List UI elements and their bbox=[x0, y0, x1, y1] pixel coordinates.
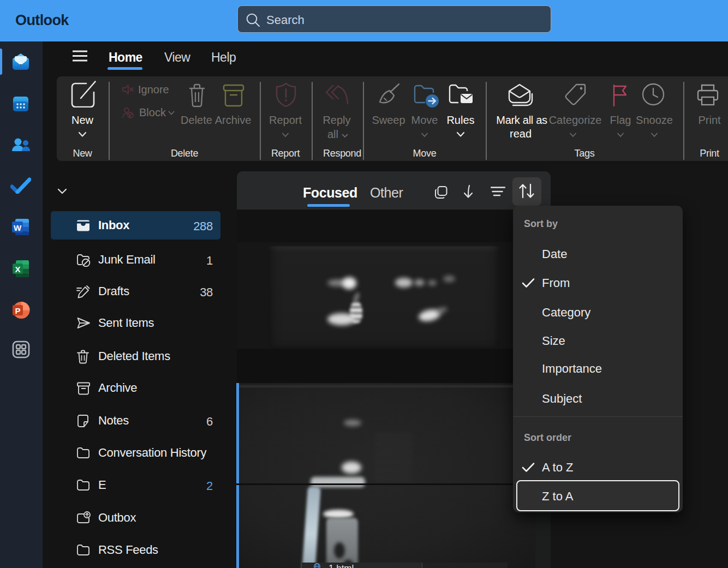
svg-text:P: P bbox=[15, 306, 20, 315]
svg-text:X: X bbox=[15, 265, 20, 274]
svg-text:W: W bbox=[14, 223, 22, 232]
